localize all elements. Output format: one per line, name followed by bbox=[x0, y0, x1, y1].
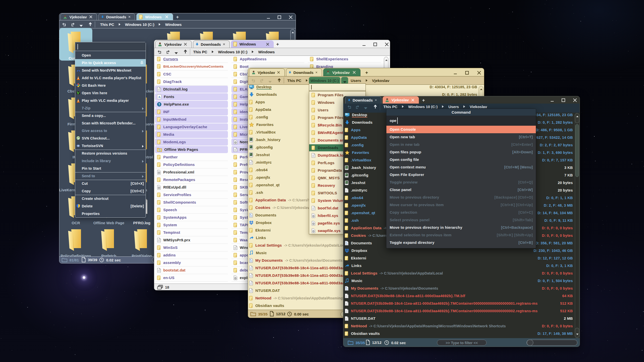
svg-text:A: A bbox=[158, 95, 160, 99]
svg-text:?: ? bbox=[158, 103, 160, 106]
